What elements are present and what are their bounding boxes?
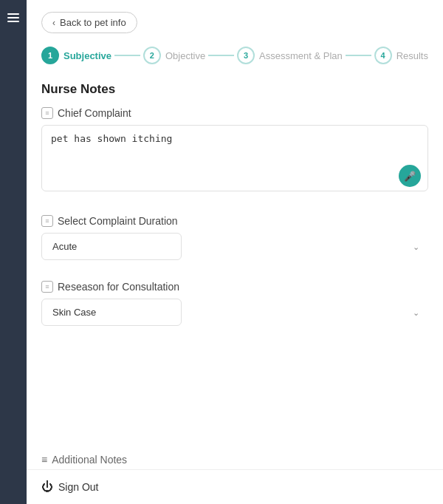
hamburger-icon[interactable] xyxy=(7,13,19,22)
main-content: ‹ Back to pet info 1 Subjective 2 Object… xyxy=(27,0,443,504)
step-label-results: Results xyxy=(396,50,428,61)
field-icon-consultation: ≡ xyxy=(41,281,53,293)
step-assessment[interactable]: 3 Assessment & Plan xyxy=(237,47,343,64)
step-label-subjective: Subjective xyxy=(63,50,111,61)
chevron-down-icon-duration: ⌄ xyxy=(413,242,419,251)
step-circle-2: 2 xyxy=(143,47,161,64)
consultation-label: ≡ Reseason for Consultation xyxy=(41,281,428,293)
complaint-duration-label: ≡ Select Complaint Duration xyxy=(41,215,428,227)
step-objective[interactable]: 2 Objective xyxy=(143,47,205,64)
field-icon-duration: ≡ xyxy=(41,215,53,227)
additional-notes-row: ≡ Additional Notes xyxy=(41,454,127,466)
chief-complaint-label: ≡ Chief Complaint xyxy=(41,107,428,119)
step-line-2 xyxy=(208,55,234,56)
signout-button[interactable]: ⏻ Sign Out xyxy=(41,480,98,494)
chevron-left-icon: ‹ xyxy=(52,18,55,28)
sidebar xyxy=(0,0,27,504)
field-icon-additional: ≡ xyxy=(41,454,47,466)
additional-notes-label: Additional Notes xyxy=(52,454,127,466)
signout-icon: ⏻ xyxy=(41,480,53,494)
complaint-duration-select[interactable]: Acute Chronic Sub-acute xyxy=(41,233,182,260)
chief-complaint-input[interactable] xyxy=(41,125,428,191)
mic-icon: 🎤 xyxy=(404,171,416,182)
step-label-assessment: Assessment & Plan xyxy=(259,50,343,61)
consultation-select[interactable]: Skin Case Vaccination General Checkup xyxy=(41,299,182,326)
step-line-3 xyxy=(346,55,371,56)
signout-label: Sign Out xyxy=(58,481,98,493)
steps-progress: 1 Subjective 2 Objective 3 Assessment & … xyxy=(41,47,428,64)
step-circle-4: 4 xyxy=(374,47,392,64)
chevron-down-icon-consultation: ⌄ xyxy=(413,307,419,317)
field-icon-complaint: ≡ xyxy=(41,107,53,119)
step-circle-1: 1 xyxy=(41,47,59,64)
chief-complaint-wrapper: 🎤 xyxy=(41,125,428,194)
complaint-duration-wrapper: Acute Chronic Sub-acute ⌄ xyxy=(41,233,428,260)
step-subjective[interactable]: 1 Subjective xyxy=(41,47,111,64)
consultation-wrapper: Skin Case Vaccination General Checkup ⌄ xyxy=(41,299,428,326)
step-circle-3: 3 xyxy=(237,47,255,64)
step-results[interactable]: 4 Results xyxy=(374,47,428,64)
section-title: Nurse Notes xyxy=(41,82,428,97)
bottom-bar: ⏻ Sign Out xyxy=(0,469,443,504)
step-line-1 xyxy=(114,55,140,56)
mic-button[interactable]: 🎤 xyxy=(399,165,421,187)
step-label-objective: Objective xyxy=(165,50,205,61)
back-button[interactable]: ‹ Back to pet info xyxy=(41,12,137,33)
back-label: Back to pet info xyxy=(60,17,126,28)
